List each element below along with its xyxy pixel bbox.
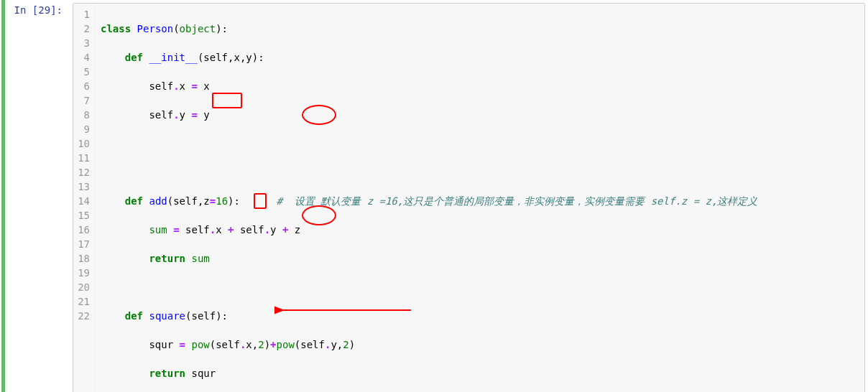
code-line-3: self.x = x bbox=[101, 79, 859, 93]
input-prompt: In [29]: bbox=[5, 0, 70, 392]
line-number-gutter: 12345678910111213141516171819202122 bbox=[73, 4, 95, 392]
input-area-wrapper: 12345678910111213141516171819202122 clas… bbox=[70, 0, 868, 392]
code-line-9: return sum bbox=[101, 251, 859, 266]
code-line-5 bbox=[101, 136, 859, 151]
input-area[interactable]: 12345678910111213141516171819202122 clas… bbox=[73, 3, 865, 392]
code-line-1: class Person(object): bbox=[101, 22, 859, 36]
code-line-6 bbox=[101, 165, 859, 179]
code-line-4: self.y = y bbox=[101, 108, 859, 122]
code-line-2: def __init__(self,x,y): bbox=[101, 50, 859, 65]
code-line-12: squr = pow(self.x,2)+pow(self.y,2) bbox=[101, 337, 859, 352]
annotation-box-z16 bbox=[212, 93, 242, 108]
code-editor[interactable]: class Person(object): def __init__(self,… bbox=[95, 4, 864, 392]
code-line-7: def add(self,z=16): # 设置 默认变量 z =16,这只是个… bbox=[101, 194, 859, 208]
code-cell: In [29]: 1234567891011121314151617181920… bbox=[1, 0, 868, 392]
code-line-10 bbox=[101, 280, 859, 294]
code-line-8: sum = self.x + self.y + z bbox=[101, 223, 859, 237]
code-line-13: return squr bbox=[101, 366, 859, 381]
code-line-11: def square(self): bbox=[101, 309, 859, 323]
